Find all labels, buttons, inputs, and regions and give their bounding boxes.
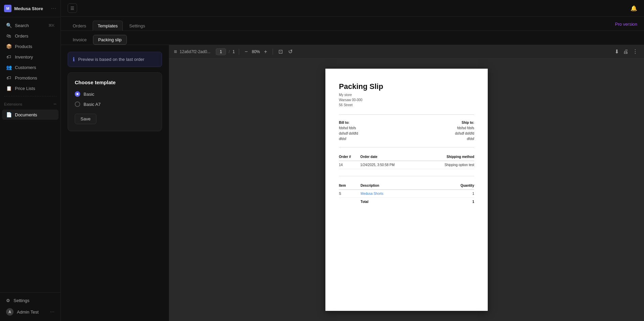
page-body: ℹ Preview is based on the last order Cho… — [61, 45, 644, 321]
total-value: 1 — [432, 198, 474, 206]
user-avatar: A — [6, 308, 14, 316]
bill-to-name: fdsfsd fdsfs — [339, 125, 358, 131]
pdf-zoom-out-button[interactable]: − — [243, 48, 249, 55]
pdf-toolbar: ≡ 12a6d7f2-2ad0... / 1 − 80% + ⊡ ↺ ⬇ 🖨 ⋮ — [169, 45, 644, 59]
topbar-right: 🔔 — [630, 5, 637, 12]
template-option-basic-a7[interactable]: Basic A7 — [75, 101, 155, 107]
user-name: Admin Test — [17, 309, 39, 315]
sidebar-search-label: Search — [15, 23, 29, 28]
sidebar-price-lists-label: Price Lists — [15, 86, 35, 91]
sidebar-toggle-button[interactable]: ☰ — [68, 3, 77, 13]
sidebar-customers-label: Customers — [15, 65, 36, 70]
items-table-row: S Medusa Shorts 1 — [339, 190, 474, 198]
sidebar-brand: M Medusa Store — [4, 5, 43, 12]
sidebar-item-orders[interactable]: 🛍 Orders — [2, 31, 59, 41]
left-panel: ℹ Preview is based on the last order Cho… — [61, 45, 169, 321]
info-icon: ℹ — [73, 56, 75, 63]
sidebar-item-inventory[interactable]: 🏷 Inventory — [2, 52, 59, 62]
ship-to-block: Ship to: fdsfsd fdsfs dsfsdf dsfdfd dfds… — [455, 120, 474, 142]
sidebar-more-button[interactable]: ··· — [51, 5, 56, 12]
radio-basic-a7[interactable] — [75, 101, 80, 107]
pdf-more-button[interactable]: ⋮ — [631, 48, 639, 55]
sidebar-settings-item[interactable]: ⚙ Settings — [2, 296, 59, 305]
pdf-actions: ⬇ 🖨 ⋮ — [613, 48, 639, 55]
sidebar-header: M Medusa Store ··· — [0, 0, 61, 17]
sidebar-item-documents[interactable]: 📄 Documents — [2, 110, 59, 120]
tab-orders[interactable]: Orders — [68, 21, 91, 31]
pdf-preview-panel: ≡ 12a6d7f2-2ad0... / 1 − 80% + ⊡ ↺ ⬇ 🖨 ⋮ — [169, 45, 644, 321]
sidebar-item-customers[interactable]: 👥 Customers — [2, 62, 59, 72]
document-store-info: My store Warsaw 00-000 56 Street — [339, 92, 474, 108]
sidebar-inventory-label: Inventory — [15, 54, 33, 60]
price-lists-icon: 📋 — [6, 86, 12, 91]
items-total-row: Total 1 — [339, 198, 474, 206]
pdf-print-button[interactable]: 🖨 — [622, 48, 630, 55]
pdf-page-separator: / — [229, 49, 230, 54]
radio-basic[interactable] — [75, 91, 80, 97]
store-address2: 56 Street — [339, 102, 474, 108]
documents-icon: 📄 — [6, 112, 12, 117]
template-basic-a7-label: Basic A7 — [84, 102, 101, 107]
inventory-icon: 🏷 — [6, 54, 12, 60]
extensions-section-header: Extensions − — [0, 99, 61, 109]
template-option-basic[interactable]: Basic — [75, 91, 155, 97]
item-description: Medusa Shorts — [361, 190, 432, 198]
total-empty-1 — [339, 198, 361, 206]
info-banner: ℹ Preview is based on the last order — [68, 52, 162, 67]
order-table-header-number: Order # — [339, 153, 360, 161]
pdf-menu-button[interactable]: ≡ — [174, 49, 177, 55]
promotions-icon: 🏷 — [6, 75, 12, 81]
pdf-pager: / 1 — [216, 48, 235, 55]
items-header-qty: Quantity — [432, 182, 474, 190]
items-header-desc: Description — [361, 182, 432, 190]
notifications-icon[interactable]: 🔔 — [630, 5, 637, 12]
settings-icon: ⚙ — [6, 298, 10, 303]
pro-version-link[interactable]: Pro version — [615, 22, 637, 27]
pdf-viewer[interactable]: Packing Slip My store Warsaw 00-000 56 S… — [169, 59, 644, 321]
pdf-download-button[interactable]: ⬇ — [613, 48, 620, 55]
template-card: Choose template Basic Basic A7 Save — [68, 72, 162, 131]
sidebar-documents-label: Documents — [15, 112, 37, 117]
sidebar-item-promotions[interactable]: 🏷 Promotions — [2, 73, 59, 83]
store-name: My store — [339, 92, 474, 97]
pdf-divider-2 — [273, 49, 273, 55]
subtab-invoice[interactable]: Invoice — [68, 35, 92, 45]
bill-to-label: Bill to: — [339, 120, 358, 125]
sidebar-item-search[interactable]: 🔍 Search ⌘K — [2, 20, 59, 30]
order-table-header-shipping: Shipping method — [421, 153, 474, 161]
extensions-collapse-button[interactable]: − — [53, 101, 56, 107]
doc-divider-2 — [339, 147, 474, 147]
brand-name: Medusa Store — [14, 6, 43, 11]
pdf-page-input[interactable] — [216, 48, 226, 55]
bill-to-block: Bill to: fdsfsd fdsfs dsfsdf dsfdfd dfds… — [339, 120, 358, 142]
pdf-zoom-in-button[interactable]: + — [263, 48, 269, 55]
sidebar-item-products[interactable]: 📦 Products — [2, 41, 59, 51]
sidebar-item-price-lists[interactable]: 📋 Price Lists — [2, 83, 59, 93]
subtab-packing-slip[interactable]: Packing slip — [93, 35, 127, 45]
order-table: Order # Order date Shipping method 14 1/… — [339, 153, 474, 169]
user-more-button[interactable]: ··· — [50, 309, 54, 315]
pdf-zoom-level: 80% — [252, 49, 260, 54]
template-options: Basic Basic A7 — [75, 91, 155, 107]
pdf-divider-1 — [239, 49, 239, 55]
doc-divider-1 — [339, 114, 474, 115]
ship-to-line3: dfdsf — [455, 136, 474, 142]
order-shipping: Shipping option test — [421, 161, 474, 169]
subtabs: Invoice Packing slip — [61, 31, 644, 45]
tab-settings[interactable]: Settings — [124, 21, 150, 31]
ship-to-label: Ship to: — [455, 120, 474, 125]
bill-to-line2: dsfsdf dsfdfd — [339, 131, 358, 136]
sidebar-user-item[interactable]: A Admin Test ··· — [2, 306, 59, 318]
sidebar-promotions-label: Promotions — [15, 75, 37, 81]
sidebar-footer: ⚙ Settings A Admin Test ··· — [0, 292, 61, 321]
search-shortcut: ⌘K — [48, 23, 54, 28]
template-basic-label: Basic — [84, 92, 94, 97]
pdf-history-button[interactable]: ↺ — [287, 48, 294, 55]
tab-templates[interactable]: Templates — [93, 21, 123, 31]
brand-avatar: M — [4, 5, 12, 12]
pdf-fit-button[interactable]: ⊡ — [277, 48, 284, 55]
bill-to-line3: dfdsf — [339, 136, 358, 142]
save-button[interactable]: Save — [75, 114, 96, 124]
item-quantity: 1 — [432, 190, 474, 198]
order-table-header-date: Order date — [360, 153, 421, 161]
